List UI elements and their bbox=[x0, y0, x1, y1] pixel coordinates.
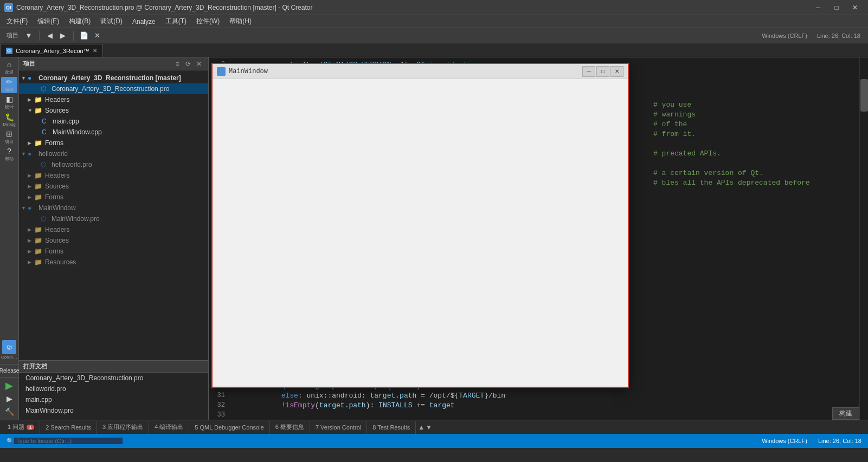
mw-r-label: Resources bbox=[45, 258, 76, 266]
toolbar-dropdown-btn[interactable]: ▼ bbox=[23, 30, 35, 42]
file-tree-filter[interactable]: ≡ bbox=[172, 59, 182, 69]
hw-arrow: ▼ bbox=[21, 151, 28, 157]
tree-hw-sources[interactable]: ▶ 📁 Sources bbox=[19, 181, 208, 192]
sidebar-sep2 bbox=[0, 377, 18, 378]
search-input[interactable] bbox=[14, 438, 123, 444]
sidebar-item-welcome[interactable]: ⌂ 欢迎 bbox=[1, 60, 17, 76]
tree-mw-root[interactable]: ▼ ● MainWindow bbox=[19, 203, 208, 213]
tree-main-cpp[interactable]: C main.cpp bbox=[19, 116, 208, 127]
open-file-1[interactable]: helloworld.pro bbox=[19, 383, 208, 394]
mainwindow-cpp-label: MainWindow.cpp bbox=[53, 128, 102, 136]
main-cpp-icon: C bbox=[42, 118, 50, 125]
sidebar-kit[interactable]: Qt Coron···ction bbox=[1, 338, 17, 362]
bottom-tab-search[interactable]: 2 Search Results bbox=[40, 421, 97, 434]
file-tree-sync[interactable]: ⟳ bbox=[183, 59, 193, 69]
menu-controls[interactable]: 控件(W) bbox=[192, 16, 224, 27]
tab-close-btn[interactable]: ✕ bbox=[93, 48, 97, 54]
menu-build[interactable]: 构建(B) bbox=[65, 16, 95, 27]
tree-helloworld-root[interactable]: ▼ ● helloworld bbox=[19, 148, 208, 159]
bottom-tab-qml-debug[interactable]: 5 QML Debugger Console bbox=[189, 421, 269, 434]
cmt-4: # from it. bbox=[651, 130, 868, 140]
bottom-tab-down[interactable]: ▼ bbox=[426, 424, 432, 431]
search-icon: 🔍 bbox=[7, 438, 14, 445]
toolbar-nav-back[interactable]: ◀ bbox=[44, 30, 56, 42]
sidebar-item-debug[interactable]: 🐛 Debug bbox=[1, 112, 17, 128]
preview-minimize[interactable]: ─ bbox=[582, 66, 595, 77]
open-file-1-label: helloworld.pro bbox=[25, 385, 66, 393]
debug-label: Debug bbox=[3, 122, 16, 127]
close-button[interactable]: ✕ bbox=[846, 2, 864, 13]
menu-help[interactable]: 帮助(H) bbox=[225, 16, 256, 27]
bottom-tab-compile[interactable]: 4 编译输出 bbox=[149, 421, 189, 434]
bottom-tab-app-output[interactable]: 3 应用程序输出 bbox=[97, 421, 149, 434]
tree-mw-pro[interactable]: ⬡ MainWindow.pro bbox=[19, 213, 208, 224]
status-encoding[interactable]: Windows (CRLF) bbox=[760, 434, 809, 448]
sidebar-item-edit[interactable]: ✏ 编辑 bbox=[1, 77, 17, 93]
sidebar-item-help[interactable]: ? 帮助 bbox=[1, 146, 17, 162]
preview-maximize[interactable]: □ bbox=[596, 66, 609, 77]
help-icon: ? bbox=[7, 147, 11, 155]
toolbar-nav-forward[interactable]: ▶ bbox=[57, 30, 69, 42]
sources-icon: 📁 bbox=[34, 107, 43, 114]
tree-root-project[interactable]: ▼ ● Coronary_Artery_3D_Reconstruction [m… bbox=[19, 73, 208, 83]
line-content-32: !isEmpty(target.path): INSTALLS += targe… bbox=[230, 393, 868, 418]
minimize-button[interactable]: ─ bbox=[809, 2, 827, 13]
tree-mw-sources[interactable]: ▶ 📁 Sources bbox=[19, 235, 208, 246]
mw-pro-label: MainWindow.pro bbox=[52, 215, 100, 223]
tree-forms[interactable]: ▶ 📁 Forms bbox=[19, 138, 208, 148]
kit-icon: Qt bbox=[2, 340, 16, 354]
editor-tab-active[interactable]: Qt Coronary_Artery_3Recon™ ✕ bbox=[0, 44, 103, 57]
debug-run-button[interactable]: ▶ bbox=[3, 393, 15, 405]
bottom-tab-test[interactable]: 8 Test Results bbox=[367, 421, 416, 434]
tree-pro-file[interactable]: ⬡ Coronary_Artery_3D_Reconstruction.pro bbox=[19, 83, 208, 94]
tree-mw-forms[interactable]: ▶ 📁 Forms bbox=[19, 246, 208, 257]
tree-mw-resources[interactable]: ▶ 📁 Resources bbox=[19, 257, 208, 268]
build-status-btn[interactable]: 构建 bbox=[832, 407, 859, 420]
menu-analyze[interactable]: Analyze bbox=[128, 17, 160, 27]
mw-h-icon: 📁 bbox=[34, 226, 43, 233]
menu-file[interactable]: 文件(F) bbox=[2, 16, 32, 27]
scrollbar-thumb[interactable] bbox=[860, 79, 868, 112]
menu-debug[interactable]: 调试(D) bbox=[96, 16, 127, 27]
sidebar-item-project[interactable]: ⊞ 项目 bbox=[1, 129, 17, 145]
tree-hw-forms[interactable]: ▶ 📁 Forms bbox=[19, 192, 208, 203]
sidebar-item-design[interactable]: ◧ 设计 bbox=[1, 94, 17, 110]
open-file-2[interactable]: main.cpp bbox=[19, 394, 208, 405]
tree-mainwindow-cpp[interactable]: C MainWindow.cpp bbox=[19, 127, 208, 138]
bottom-tab-summary[interactable]: 6 概要信息 bbox=[270, 421, 310, 434]
sidebar-release[interactable]: Release bbox=[1, 367, 17, 375]
editor-scrollbar[interactable] bbox=[859, 57, 868, 420]
mw-root-icon: ● bbox=[28, 204, 36, 212]
editor-content[interactable]: 3 greaterThan(QT_MAJOR_VERSION, 4): QT +… bbox=[209, 57, 868, 420]
preview-close[interactable]: ✕ bbox=[610, 66, 623, 77]
file-tree-close[interactable]: ✕ bbox=[194, 59, 204, 69]
toolbar-sep-2 bbox=[73, 31, 74, 41]
cmt-7: # bles all the APIs deprecated before bbox=[651, 179, 868, 188]
tree-hw-pro[interactable]: ⬡ helloworld.pro bbox=[19, 159, 208, 170]
status-search[interactable]: 🔍 bbox=[4, 434, 125, 448]
status-line-col[interactable]: Line: 26, Col: 18 bbox=[816, 434, 864, 448]
menu-tools[interactable]: 工具(T) bbox=[161, 16, 191, 27]
tree-headers[interactable]: ▶ 📁 Headers bbox=[19, 94, 208, 105]
bottom-tab-problems[interactable]: 1 问题 1 bbox=[2, 421, 40, 434]
cmt-2: # warnings bbox=[651, 110, 868, 120]
run-button[interactable]: ▶ bbox=[3, 380, 15, 392]
tree-hw-headers[interactable]: ▶ 📁 Headers bbox=[19, 170, 208, 181]
sources-arrow: ▼ bbox=[28, 108, 34, 113]
tree-mw-headers[interactable]: ▶ 📁 Headers bbox=[19, 224, 208, 235]
bottom-tab-up[interactable]: ▲ bbox=[418, 424, 425, 431]
open-files-title: 打开文档 bbox=[23, 362, 47, 370]
maximize-button[interactable]: □ bbox=[828, 2, 845, 13]
open-file-3[interactable]: MainWindow.pro bbox=[19, 405, 208, 416]
tree-sources[interactable]: ▼ 📁 Sources bbox=[19, 105, 208, 116]
menu-edit[interactable]: 编辑(E) bbox=[33, 16, 63, 27]
bottom-tab-search-label: 2 Search Results bbox=[46, 424, 91, 431]
open-file-0[interactable]: Coronary_Artery_3D_Reconstruction.pro bbox=[19, 373, 208, 383]
comment-block: # you use # warnings # of the # from it.… bbox=[651, 101, 868, 188]
bottom-tab-controls: ▲ ▼ bbox=[418, 424, 432, 431]
toolbar-close-file[interactable]: ✕ bbox=[91, 30, 103, 42]
toolbar-open-file[interactable]: 📄 bbox=[78, 30, 90, 42]
build-button[interactable]: 🔨 bbox=[3, 406, 15, 418]
line-num-31: 31 bbox=[209, 392, 230, 399]
bottom-tab-vc[interactable]: 7 Version Control bbox=[310, 421, 367, 434]
